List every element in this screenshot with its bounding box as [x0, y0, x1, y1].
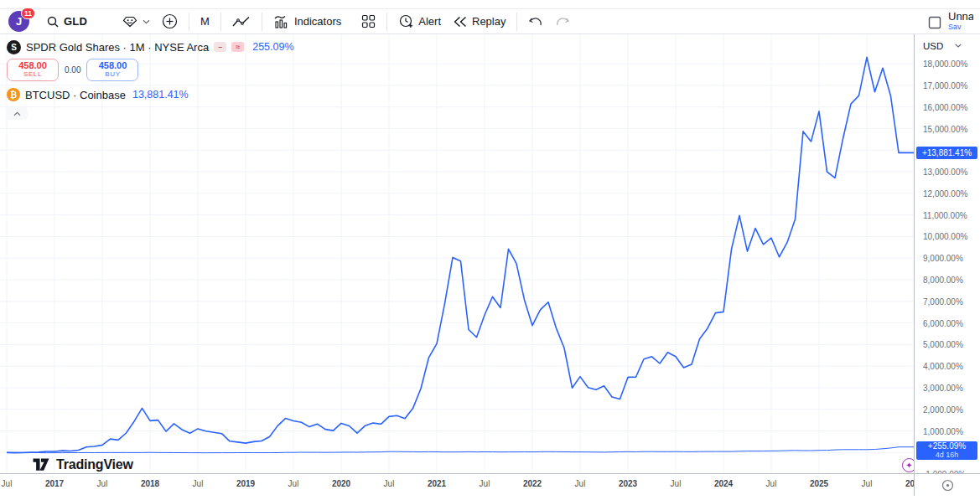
- alert-label: Alert: [418, 15, 441, 28]
- symbol-title[interactable]: SPDR Gold Shares · 1M · NYSE Arca: [26, 41, 209, 54]
- save-link[interactable]: Sav: [948, 22, 973, 32]
- compare-symbol-title[interactable]: BTCUSD · Coinbase: [25, 89, 126, 101]
- session-target-icon[interactable]: [941, 479, 954, 492]
- compare-symbol-row[interactable]: ₿ BTCUSD · Coinbase 13,881.41%: [7, 87, 294, 102]
- currency-label: USD: [923, 41, 943, 51]
- interval-button[interactable]: M: [194, 11, 215, 33]
- layout-grid-button[interactable]: [355, 11, 381, 33]
- time-axis[interactable]: Jul2017Jul2018Jul2019Jul2020Jul2021Jul20…: [0, 473, 980, 495]
- symbol-search-button[interactable]: GLD: [40, 11, 93, 33]
- time-tick-month: Jul: [671, 479, 682, 488]
- price-tick-label: 11,000.00%: [923, 211, 967, 220]
- sell-label: SELL: [23, 70, 42, 79]
- data-status-icon[interactable]: ≈: [231, 42, 244, 52]
- price-tick-label: 15,000.00%: [923, 125, 967, 134]
- indicators-button[interactable]: Indicators: [267, 11, 347, 33]
- bitcoin-icon: ₿: [7, 88, 20, 101]
- time-tick-month: Jul: [766, 479, 777, 488]
- sell-price: 458.00: [18, 61, 47, 70]
- undo-button[interactable]: [522, 11, 549, 33]
- gld-last-price-badge: +255.09% 4d 16h: [916, 441, 977, 460]
- time-tick-labels: Jul2017Jul2018Jul2019Jul2020Jul2021Jul20…: [0, 474, 914, 496]
- time-tick-year: 2023: [619, 479, 637, 488]
- layout-square-icon[interactable]: [928, 16, 941, 29]
- compare-add-button[interactable]: [156, 11, 184, 33]
- interval-label: M: [200, 15, 210, 28]
- price-tick-label: 13,000.00%: [923, 168, 967, 177]
- price-tick-label: 1,000.00%: [923, 427, 963, 436]
- chart-legend: S SPDR Gold Shares · 1M · NYSE Arca – ≈ …: [7, 39, 294, 120]
- price-tick-label: 10,000.00%: [923, 232, 967, 241]
- price-tick-label: 5,000.00%: [923, 340, 963, 349]
- user-menu[interactable]: J 11: [8, 11, 32, 33]
- price-tick-label: 3,000.00%: [923, 384, 963, 393]
- compare-change-percent: 13,881.41%: [132, 89, 189, 101]
- main-symbol-row[interactable]: S SPDR Gold Shares · 1M · NYSE Arca – ≈ …: [7, 39, 294, 55]
- tradingview-logo-icon: [32, 456, 50, 472]
- grid-layout-icon: [361, 14, 376, 28]
- time-tick-year: 2025: [810, 479, 828, 488]
- buy-button[interactable]: 458.00 BUY: [86, 59, 138, 81]
- chart-pane[interactable]: S SPDR Gold Shares · 1M · NYSE Arca – ≈ …: [0, 34, 914, 473]
- time-tick-year: 2019: [236, 479, 255, 488]
- replay-icon: [453, 16, 468, 28]
- sell-button[interactable]: 458.00 SELL: [7, 59, 59, 81]
- redo-icon: [555, 16, 570, 28]
- gld-badge-change: +255.09%: [916, 442, 977, 451]
- symbol-search-label: GLD: [64, 15, 87, 28]
- price-tick-label: 6,000.00%: [923, 319, 963, 328]
- chart-style-button[interactable]: [226, 11, 257, 33]
- time-tick-month: Jul: [575, 479, 586, 488]
- flash-icon[interactable]: ✦: [902, 458, 914, 472]
- top-toolbar: J 11 GLD: [0, 8, 980, 34]
- time-tick-year: 2026: [905, 479, 914, 488]
- time-tick-month: Jul: [2, 479, 13, 488]
- replay-button[interactable]: Replay: [447, 11, 511, 33]
- time-tick-year: 2022: [523, 479, 542, 488]
- gld-series-line[interactable]: [7, 447, 914, 453]
- price-tick-label: 16,000.00%: [923, 103, 967, 112]
- time-tick-month: Jul: [862, 479, 873, 488]
- redo-button[interactable]: [549, 11, 576, 33]
- gem-icon: [122, 15, 137, 28]
- time-tick-month: Jul: [97, 479, 108, 488]
- chevron-down-icon: [143, 19, 150, 24]
- spdr-logo-icon: S: [7, 40, 21, 54]
- gld-badge-countdown: 4d 16h: [916, 451, 977, 459]
- price-tick-label: 18,000.00%: [923, 59, 967, 69]
- chevron-up-icon: [13, 111, 21, 116]
- layout-name-menu[interactable]: Unna Sav: [948, 12, 973, 32]
- undo-icon: [528, 16, 543, 28]
- search-icon: [46, 15, 60, 28]
- notification-badge: 11: [21, 8, 35, 19]
- indicators-icon: [273, 14, 290, 29]
- alert-clock-icon: [398, 13, 414, 29]
- time-tick-year: 2020: [332, 479, 350, 488]
- currency-selector[interactable]: USD: [915, 34, 980, 53]
- time-tick-month: Jul: [384, 479, 395, 488]
- plus-circle-icon: [162, 13, 178, 29]
- market-status-icon[interactable]: –: [214, 42, 226, 52]
- symbol-change-percent: 255.09%: [252, 41, 293, 53]
- buy-price: 458.00: [99, 61, 127, 70]
- gem-menu-button[interactable]: [117, 11, 156, 33]
- price-tick-label: 2,000.00%: [923, 405, 963, 415]
- price-axis[interactable]: USD 18,000.00%17,000.00%16,000.00%15,000…: [914, 34, 980, 473]
- order-panel: 458.00 SELL 0.00 458.00 BUY: [7, 59, 294, 81]
- price-tick-label: 4,000.00%: [923, 362, 963, 371]
- tradingview-app: J 11 GLD: [0, 0, 980, 500]
- buy-label: BUY: [105, 70, 120, 79]
- price-tick-label: 17,000.00%: [923, 81, 967, 90]
- alert-button[interactable]: Alert: [392, 11, 447, 33]
- tradingview-watermark-text: TradingView: [56, 457, 133, 472]
- price-tick-label: 12,000.00%: [923, 189, 967, 198]
- time-tick-month: Jul: [480, 479, 490, 488]
- layout-name: Unna: [948, 12, 973, 22]
- time-tick-year: 2018: [141, 479, 159, 488]
- price-tick-label: 8,000.00%: [923, 276, 963, 285]
- indicators-label: Indicators: [294, 15, 341, 28]
- price-tick-label: 9,000.00%: [923, 254, 963, 263]
- time-tick-year: 2021: [428, 479, 446, 488]
- chevron-down-icon: [955, 44, 962, 48]
- legend-collapse-button[interactable]: [7, 107, 28, 120]
